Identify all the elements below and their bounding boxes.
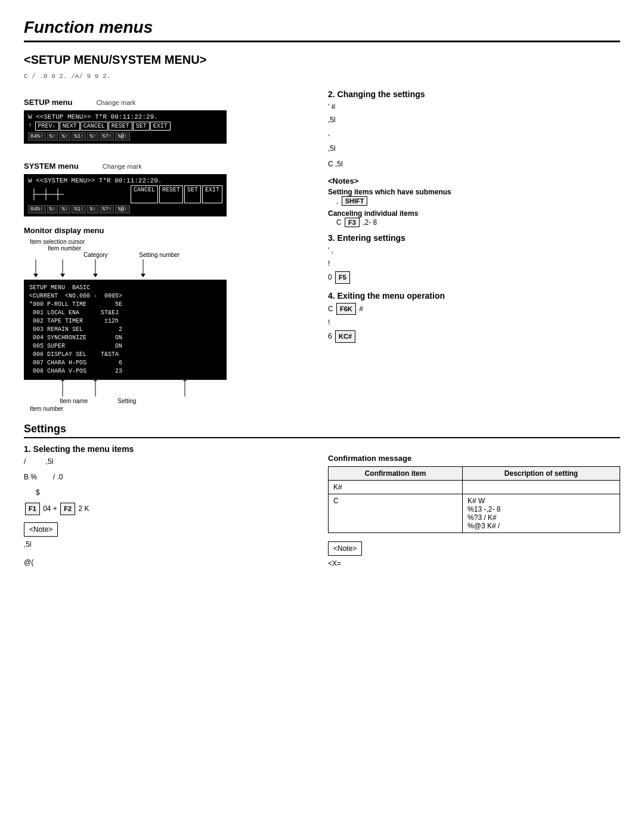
selecting-text3: B % / .0 <box>24 472 310 482</box>
selecting-note: <Note> <box>24 520 310 537</box>
col2-header: Description of setting <box>463 467 620 481</box>
setup-bottom-row: 04%↑ %↑ %↑ %1↑ %↑ %?↑ %@↑ <box>28 132 222 141</box>
confirmation-note: <Note> <X= <box>328 539 620 569</box>
svg-marker-13 <box>60 380 65 381</box>
changing-settings-section: 2. Changing the settings ' # ,5l , ,5l C… <box>328 89 620 169</box>
system-change-mark: Change mark <box>103 163 142 170</box>
exiting-text3: 6 KC# <box>328 330 620 343</box>
changing-text3: , <box>328 128 620 138</box>
f2-key: F2 <box>60 503 75 515</box>
f3-key: F3 <box>345 218 360 227</box>
monitor-line-4: 002 TAPE TIMER ±12h <box>29 317 221 326</box>
exiting-title: 4. Exiting the menu operation <box>328 291 620 301</box>
monitor-line-8: 006 DISPLAY SEL T&STA <box>29 351 221 359</box>
monitor-screen: SETUP MENU BASIC <CURRENT <NO.000 - 0005… <box>24 280 227 380</box>
system-menu-line1: W <<SYSTEM MENU>> T*R 00:11:22:29. <box>28 177 222 184</box>
monitor-line-0: SETUP MENU BASIC <box>29 284 221 292</box>
entering-settings-section: 3. Entering settings ' , ! 0 F5 <box>328 233 620 284</box>
selecting-text1: / ,5l <box>24 456 310 467</box>
setting-number-label: Setting number <box>139 252 179 258</box>
setup-change-mark: Change mark <box>96 99 135 106</box>
setup-reset-btn[interactable]: RESET <box>109 122 132 131</box>
settings-content-row: 1. Selecting the menu items / ,5l B % / … <box>24 444 620 575</box>
selecting-footer: @( <box>24 557 310 568</box>
monitor-line-3: 001 LOCAL ENA ST&EJ <box>29 309 221 317</box>
shift-key: SHIFT <box>342 196 368 206</box>
svg-marker-9 <box>93 274 98 277</box>
settings-left-col: 1. Selecting the menu items / ,5l B % / … <box>24 444 310 575</box>
system-btn-row: CANCEL RESET SET EXIT <box>131 185 222 203</box>
kc-key: KC# <box>335 330 355 343</box>
svg-marker-15 <box>93 380 98 381</box>
settings-heading: Settings <box>24 423 620 438</box>
selecting-note-text: ,5l <box>24 539 310 550</box>
setup-next-btn[interactable]: NEXT <box>60 122 80 131</box>
monitor-line-1: <CURRENT <NO.000 - 0005> <box>29 292 221 301</box>
svg-marker-17 <box>182 380 187 381</box>
confirmation-table: Confirmation item Description of setting… <box>328 466 620 533</box>
setup-cancel-btn[interactable]: CANCEL <box>80 122 108 131</box>
setup-prev-btn[interactable]: PREV↓ <box>35 122 59 131</box>
entering-text2: ! <box>328 258 620 269</box>
setting-label: Setting <box>117 398 136 404</box>
setup-menu-heading: SETUP menu <box>24 98 72 107</box>
f5-key: F5 <box>335 271 350 284</box>
notes-item2-title: Canceling individual items <box>328 209 418 218</box>
monitor-diagram-container: Item selection cursor Item number Catego… <box>24 239 310 412</box>
exiting-text1: C F6K # <box>328 303 620 315</box>
notes-item2-text: C F3 ,2- 8 <box>336 218 620 227</box>
system-diagram-line: CANCEL RESET SET EXIT <box>28 185 222 203</box>
setup-menu-section: SETUP menu Change mark W <<SETUP MENU>> … <box>24 89 310 144</box>
f1-key: F1 <box>25 503 40 515</box>
notes-section: <Notes> Setting items which have submenu… <box>328 176 620 227</box>
monitor-line-7: 005 SUPER ON <box>29 342 221 351</box>
exiting-section: 4. Exiting the menu operation C F6K # ! … <box>328 291 620 343</box>
monitor-line-9: 007 CHARA H-POS 6 <box>29 359 221 367</box>
category-label: Category <box>83 252 108 258</box>
monitor-line-6: 004 SYNCHRONIZE ON <box>29 334 221 342</box>
changing-text4: ,5l <box>328 143 620 154</box>
selecting-key-row: F1 04 + F2 2 K <box>24 503 310 515</box>
changing-text5: C ,5l <box>328 159 620 169</box>
system-diagram-svg <box>28 185 76 203</box>
svg-marker-5 <box>33 274 38 277</box>
confirmation-section: Confirmation message Confirmation item D… <box>328 454 620 569</box>
system-menu-heading: SYSTEM menu <box>24 162 79 171</box>
notes-item1-title: Setting items which have submenus <box>328 188 451 196</box>
svg-marker-11 <box>141 274 145 277</box>
monitor-labels-bottom: Item name Setting <box>30 398 310 404</box>
selecting-title: 1. Selecting the menu items <box>24 444 310 454</box>
monitor-line-10: 008 CHARA V-POS 23 <box>29 367 221 376</box>
selecting-text5: $ <box>24 487 310 498</box>
settings-section: Settings 1. Selecting the menu items / ,… <box>24 423 620 575</box>
note-label: <Note> <box>24 522 58 537</box>
confirmation-note-label: <Note> <box>328 541 362 556</box>
system-reset-btn[interactable]: RESET <box>159 185 183 203</box>
monitor-menu-heading: Monitor display menu <box>24 226 104 235</box>
settings-right-col: Confirmation message Confirmation item D… <box>328 444 620 575</box>
setup-menu-box: W <<SETUP MENU>> T*R 00:11:22:29. ↑ PREV… <box>24 110 227 144</box>
monitor-arrows-bottom-svg <box>24 380 233 398</box>
system-exit-btn[interactable]: EXIT <box>202 185 222 203</box>
monitor-line-5: 003 REMAIN SEL 2 <box>29 326 221 334</box>
notes-item1: Setting items which have submenus , SHIF… <box>328 188 620 206</box>
col1-header: Confirmation item <box>329 467 463 481</box>
item-number-top-label: Item number <box>48 245 81 252</box>
setup-menu-buttons: ↑ PREV↓ NEXT CANCEL RESET SET EXIT <box>28 122 222 131</box>
system-cancel-btn[interactable]: CANCEL <box>131 185 158 203</box>
table-row-2-desc: K# W %13 -,2- 8 %?3 / K# %@3 K# / <box>463 494 620 533</box>
setup-set-btn[interactable]: SET <box>133 122 150 131</box>
notes-item2: Canceling individual items C F3 ,2- 8 <box>328 209 620 227</box>
monitor-line-2: *000 P-ROLL TIME 5E <box>29 301 221 309</box>
section-title: <SETUP MENU/SYSTEM MENU> <box>24 53 620 67</box>
system-set-btn[interactable]: SET <box>184 185 201 203</box>
table-row-1-item: K# <box>329 481 463 494</box>
changing-text2: ,5l <box>328 114 620 125</box>
setup-exit-btn[interactable]: EXIT <box>150 122 171 131</box>
table-row-1: K# <box>329 481 620 494</box>
page-title: Function menus <box>24 18 620 42</box>
item-number-bottom-label: Item number <box>30 405 310 412</box>
table-row-2-item: C <box>329 494 463 533</box>
notes-heading: <Notes> <box>328 176 620 185</box>
changing-text1: ' # <box>328 101 620 112</box>
